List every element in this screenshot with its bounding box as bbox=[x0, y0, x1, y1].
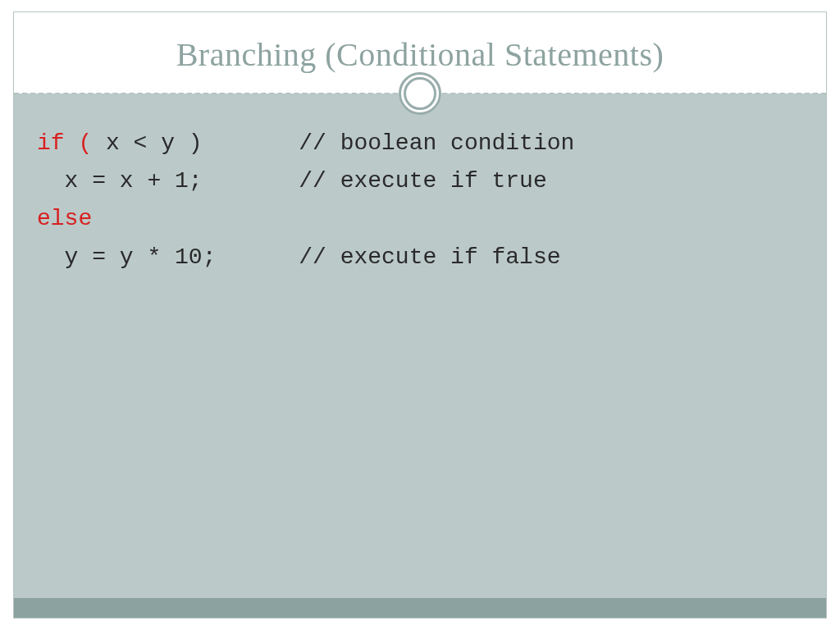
code-line-2: x = x + 1; // execute if true bbox=[37, 168, 547, 194]
code-block: if ( x < y ) // boolean condition x = x … bbox=[37, 125, 803, 276]
code-line-1: x < y ) // boolean condition bbox=[106, 130, 574, 156]
code-line-4: y = y * 10; // execute if false bbox=[37, 244, 561, 270]
slide-frame: Branching (Conditional Statements) if ( … bbox=[13, 11, 827, 619]
slide-container: Branching (Conditional Statements) if ( … bbox=[0, 0, 840, 630]
content-area: if ( x < y ) // boolean condition x = x … bbox=[14, 94, 826, 598]
slide-title: Branching (Conditional Statements) bbox=[30, 35, 810, 74]
bottom-bar bbox=[14, 598, 826, 618]
keyword-if: if ( bbox=[37, 130, 106, 156]
circle-decoration-icon bbox=[399, 72, 441, 115]
keyword-else: else bbox=[37, 206, 92, 231]
